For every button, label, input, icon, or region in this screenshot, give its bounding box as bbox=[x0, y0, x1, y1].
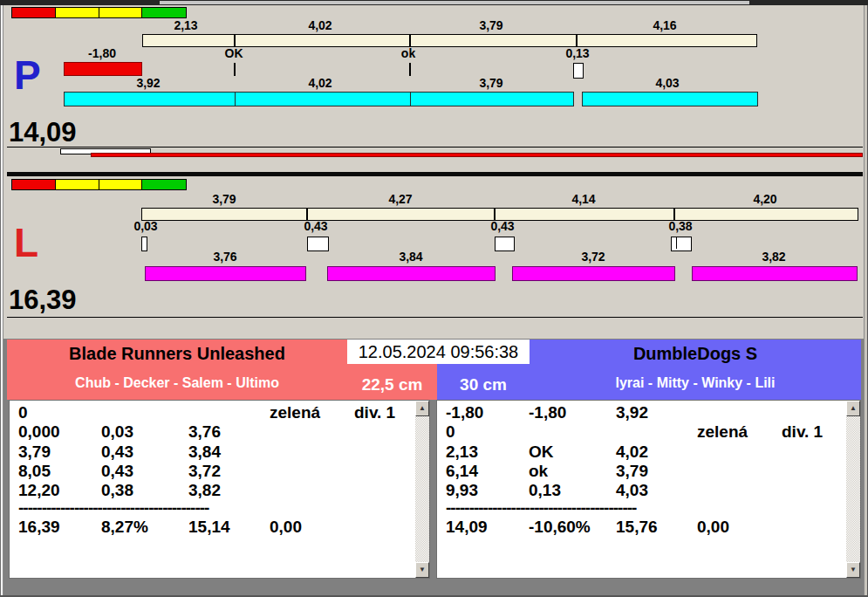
p-exchange-label: ok bbox=[401, 47, 415, 59]
scale-segment-yellow2 bbox=[99, 8, 142, 17]
segment-tick bbox=[576, 35, 578, 46]
l-dog-time-bar bbox=[327, 266, 496, 281]
table-cell: 0,43 bbox=[101, 462, 133, 480]
total-cell: 15,14 bbox=[188, 518, 230, 536]
total-cell: 0,00 bbox=[697, 518, 729, 536]
left-table-scrollbar[interactable]: ▲ ▼ bbox=[415, 401, 429, 578]
table-cell: 3,84 bbox=[188, 443, 221, 461]
scale-segment-red bbox=[12, 8, 56, 17]
table-cell: 4,02 bbox=[616, 443, 648, 461]
l-split-bottom-label: 3,72 bbox=[581, 250, 605, 263]
p-exchange-label: OK bbox=[225, 47, 243, 59]
p-total-time: 14,09 bbox=[9, 120, 77, 146]
right-team-name: DumbleDogs S bbox=[530, 344, 861, 364]
p-dog-time-bar bbox=[582, 92, 758, 106]
table-cell: 0,03 bbox=[101, 422, 133, 441]
table-separator: ----------------------------------------… bbox=[18, 498, 208, 518]
scroll-down-button[interactable]: ▼ bbox=[846, 562, 860, 578]
l-exchange-label: 0,43 bbox=[304, 220, 327, 232]
table-cell: zelená bbox=[697, 422, 748, 441]
l-color-scale bbox=[11, 179, 187, 190]
scroll-down-icon: ▼ bbox=[419, 566, 426, 573]
scale-segment-yellow bbox=[56, 180, 99, 189]
p-split-bottom-label: 3,92 bbox=[136, 77, 160, 89]
left-team-name: Blade Runners Unleashed bbox=[7, 344, 347, 364]
table-cell: zelená bbox=[270, 403, 320, 422]
scale-segment-green bbox=[142, 8, 186, 17]
l-exchange-box bbox=[671, 237, 692, 251]
l-exchange-label: 0,43 bbox=[490, 220, 514, 232]
table-cell: 3,72 bbox=[188, 462, 221, 480]
scroll-up-icon: ▲ bbox=[419, 405, 426, 412]
section-divider bbox=[7, 172, 863, 176]
scale-segment-yellow2 bbox=[99, 180, 142, 189]
l-dog-time-bar bbox=[512, 266, 675, 281]
table-cell: 0 bbox=[446, 422, 455, 441]
total-cell: 0,00 bbox=[270, 518, 302, 536]
table-separator: ----------------------------------------… bbox=[446, 498, 636, 518]
l-lane-label: L bbox=[14, 225, 38, 260]
total-cell: 16,39 bbox=[18, 518, 60, 536]
table-cell: 0 bbox=[18, 403, 28, 422]
table-cell: 9,93 bbox=[446, 481, 478, 499]
l-dog-time-bar bbox=[145, 266, 306, 281]
p-split-bottom-label: 4,03 bbox=[655, 77, 679, 89]
p-exchange-tick bbox=[234, 63, 236, 76]
left-team-table: 0 zelená div. 1 0,000 0,03 3,76 3,79 0,4… bbox=[9, 400, 430, 579]
l-split-top-label: 3,79 bbox=[212, 193, 236, 205]
scroll-up-button[interactable]: ▲ bbox=[415, 401, 429, 416]
table-cell: 6,14 bbox=[446, 462, 478, 480]
p-exchange-label: -1,80 bbox=[88, 47, 116, 59]
l-split-bottom-label: 3,76 bbox=[213, 250, 236, 263]
window-right-border bbox=[864, 5, 868, 597]
table-cell: 0,000 bbox=[18, 422, 60, 441]
l-exchange-label: 0,03 bbox=[133, 220, 157, 232]
l-split-top-label: 4,14 bbox=[571, 193, 595, 205]
exchange-box-divider bbox=[676, 237, 677, 249]
table-cell: 3,79 bbox=[18, 443, 51, 461]
l-split-bottom-label: 3,82 bbox=[762, 250, 785, 263]
segment-tick bbox=[234, 35, 236, 46]
total-cell: 15,76 bbox=[616, 518, 658, 536]
main-window: 2,13 4,02 3,79 4,16 -1,80 OK ok 0,13 3,9… bbox=[0, 0, 868, 597]
l-baseline bbox=[7, 317, 863, 318]
table-cell: 2,13 bbox=[446, 443, 478, 461]
l-split-bottom-label: 3,84 bbox=[399, 250, 422, 263]
p-split-top-label: 4,02 bbox=[308, 19, 331, 31]
scale-segment-green bbox=[142, 180, 186, 189]
p-split-bottom-label: 3,79 bbox=[479, 77, 502, 89]
p-split-top-label: 4,16 bbox=[653, 19, 676, 31]
p-split-bottom-label: 4,02 bbox=[308, 77, 331, 89]
scroll-up-button[interactable]: ▲ bbox=[846, 401, 860, 416]
l-split-top-label: 4,20 bbox=[753, 193, 776, 205]
table-cell: 0,13 bbox=[529, 481, 561, 499]
table-cell: 3,79 bbox=[616, 462, 648, 480]
table-cell: 0,38 bbox=[101, 481, 133, 499]
table-cell: 0,43 bbox=[101, 443, 133, 461]
p-exchange-box bbox=[573, 63, 584, 79]
scale-segment-red bbox=[12, 180, 56, 189]
scroll-down-button[interactable]: ▼ bbox=[415, 562, 429, 578]
p-total-time-bar bbox=[142, 34, 757, 47]
table-cell: div. 1 bbox=[354, 403, 395, 422]
right-team-dogs: lyrai - Mitty - Winky - Lili bbox=[530, 375, 861, 391]
right-jump-height: 30 cm bbox=[437, 375, 530, 395]
right-table-scrollbar[interactable]: ▲ ▼ bbox=[846, 401, 860, 578]
timestamp: 12.05.2024 09:56:38 bbox=[347, 340, 530, 364]
segment-tick bbox=[409, 35, 411, 46]
l-exchange-box bbox=[307, 237, 329, 251]
p-color-scale bbox=[11, 7, 187, 18]
table-cell: -1,80 bbox=[529, 403, 566, 422]
table-cell: div. 1 bbox=[782, 422, 823, 441]
table-cell: 12,20 bbox=[18, 481, 60, 499]
scale-segment-yellow bbox=[56, 8, 99, 17]
scroll-up-icon: ▲ bbox=[850, 405, 857, 412]
table-cell: 3,82 bbox=[188, 481, 221, 499]
p-lane-label: P bbox=[14, 58, 41, 93]
total-cell: 8,27% bbox=[101, 518, 148, 536]
p-exchange-label: 0,13 bbox=[565, 47, 589, 59]
table-cell: OK bbox=[529, 443, 554, 461]
p-early-start-bar bbox=[64, 62, 142, 76]
l-exchange-box bbox=[141, 237, 147, 251]
left-team-dogs: Chub - Decker - Salem - Ultimo bbox=[7, 375, 347, 391]
